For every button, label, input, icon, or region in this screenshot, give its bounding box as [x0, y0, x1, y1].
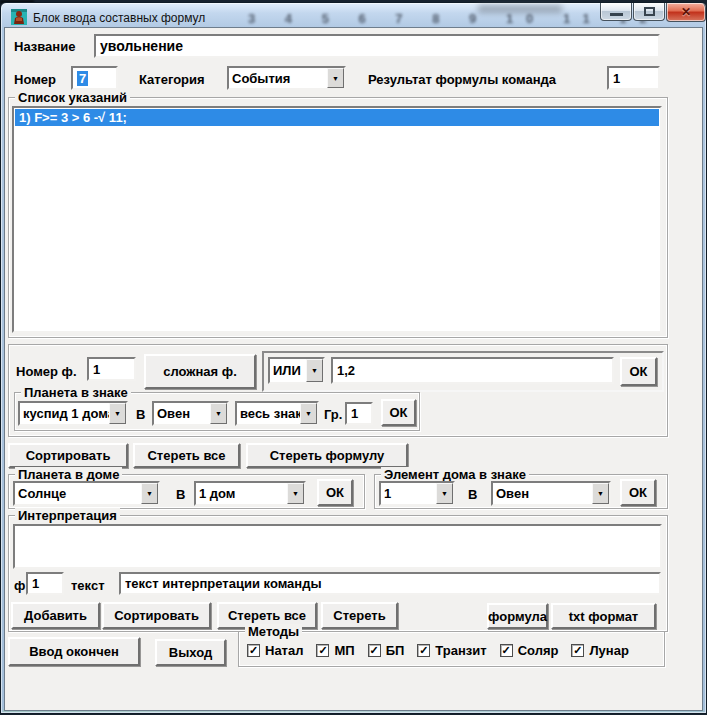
planet-in-sign-in-label: В	[136, 407, 145, 422]
close-button[interactable]: ✕	[666, 3, 706, 22]
planet-in-sign-scope-value: весь знак	[237, 403, 300, 424]
checkmark-icon[interactable]: ✓	[368, 644, 381, 657]
f-label: ф	[14, 578, 25, 593]
checkmark-icon[interactable]: ✓	[247, 644, 260, 657]
name-input[interactable]: увольнение	[94, 34, 660, 58]
result-input[interactable]: 1	[607, 66, 660, 90]
chevron-down-icon[interactable]: ▼	[327, 68, 344, 88]
house-element-select[interactable]: 1 ▼	[379, 481, 455, 506]
erase-formula-button[interactable]: Стереть формулу	[246, 443, 408, 468]
checkbox-natal[interactable]: ✓ Натал	[247, 643, 303, 658]
degree-input[interactable]: 1	[345, 402, 373, 425]
formula-ok-button[interactable]: ОК	[620, 357, 657, 386]
operator-select[interactable]: ИЛИ ▼	[268, 357, 325, 384]
interpretation-group-label: Интерпретация	[15, 508, 120, 523]
planet-in-sign-sign-value: Овен	[154, 403, 210, 424]
methods-checkbox-row: ✓ Натал ✓ МП ✓ БП ✓ Транзит ✓ Соляр ✓ Лу…	[247, 643, 629, 658]
planet-in-sign-object-select[interactable]: куспид 1 дома ▼	[18, 401, 128, 426]
checkbox-solar[interactable]: ✓ Соляр	[500, 643, 559, 658]
interp-sort-button[interactable]: Сортировать	[102, 602, 211, 629]
interpretation-textarea[interactable]	[13, 524, 662, 569]
number-input[interactable]: 7	[71, 66, 118, 90]
sort-button[interactable]: Сортировать	[8, 443, 128, 468]
txt-format-button[interactable]: txt формат	[551, 603, 656, 629]
house-element-in-label: В	[468, 487, 477, 502]
interpretation-text-input[interactable]: текст интерпретации команды	[119, 572, 661, 595]
checkbox-label: МП	[334, 643, 354, 658]
planet-in-house-in-label: В	[176, 487, 185, 502]
planet-in-house-object-select[interactable]: Солнце ▼	[13, 481, 160, 506]
group-methods: Методы ✓ Натал ✓ МП ✓ БП ✓ Транзит ✓ Сол…	[238, 631, 665, 667]
checkbox-label: БП	[386, 643, 405, 658]
planet-in-house-group-label: Планета в доме	[15, 467, 122, 482]
checkmark-icon[interactable]: ✓	[316, 644, 329, 657]
formula-view-button[interactable]: формула	[487, 603, 548, 629]
category-value: События	[229, 68, 327, 88]
chevron-down-icon[interactable]: ▼	[300, 403, 317, 424]
planet-in-house-object-value: Солнце	[15, 483, 141, 504]
minimize-icon	[610, 13, 623, 16]
methods-group-label: Методы	[245, 624, 302, 639]
checkmark-icon[interactable]: ✓	[571, 644, 584, 657]
formula-number-label: Номер ф.	[16, 364, 77, 379]
chevron-down-icon[interactable]: ▼	[210, 403, 227, 424]
maximize-icon	[644, 7, 655, 16]
chevron-down-icon[interactable]: ▼	[592, 483, 609, 504]
checkmark-icon[interactable]: ✓	[417, 644, 430, 657]
checkbox-label: Транзит	[435, 643, 486, 658]
chevron-down-icon[interactable]: ▼	[141, 483, 158, 504]
planet-in-sign-scope-select[interactable]: весь знак ▼	[235, 401, 319, 426]
operands-input[interactable]: 1,2	[331, 357, 614, 384]
close-icon: ✕	[667, 5, 705, 19]
planet-in-house-house-select[interactable]: 1 дом ▼	[194, 481, 306, 506]
checkbox-label: Соляр	[518, 643, 559, 658]
house-element-value: 1	[381, 483, 436, 504]
input-done-button[interactable]: Ввод окончен	[8, 637, 140, 666]
checkbox-transit[interactable]: ✓ Транзит	[417, 643, 486, 658]
chevron-down-icon[interactable]: ▼	[109, 403, 126, 424]
house-element-sign-select[interactable]: Овен ▼	[491, 481, 611, 506]
list-item-selected[interactable]: 1) F>= 3 > 6 -√ 11;	[15, 109, 659, 126]
checkbox-lunar[interactable]: ✓ Лунар	[571, 643, 628, 658]
erase-all-button[interactable]: Стереть все	[133, 443, 240, 468]
instruction-listbox[interactable]: 1) F>= 3 > 6 -√ 11;	[12, 106, 662, 333]
checkbox-mp[interactable]: ✓ МП	[316, 643, 354, 658]
complex-formula-button[interactable]: сложная ф.	[144, 354, 256, 389]
planet-in-sign-ok-button[interactable]: ОК	[381, 399, 416, 426]
interp-erase-button[interactable]: Стереть	[321, 602, 398, 629]
add-button[interactable]: Добавить	[11, 602, 100, 629]
window-title: Блок ввода составных формул	[33, 11, 205, 25]
planet-in-sign-group-label: Планета в знаке	[21, 385, 131, 400]
category-label: Категория	[139, 72, 205, 87]
formula-number-input[interactable]: 1	[87, 357, 136, 381]
number-selected-text: 7	[77, 71, 88, 86]
background-blur-blob	[478, 5, 562, 13]
exit-button[interactable]: Выход	[155, 639, 226, 666]
chevron-down-icon[interactable]: ▼	[306, 359, 323, 382]
checkmark-icon[interactable]: ✓	[500, 644, 513, 657]
house-element-ok-button[interactable]: ОК	[620, 479, 656, 506]
house-element-group-label: Элемент дома в знаке	[381, 467, 529, 482]
planet-in-sign-sign-select[interactable]: Овен ▼	[152, 401, 229, 426]
degree-label: Гр.	[324, 407, 342, 422]
checkbox-label: Натал	[265, 643, 303, 658]
checkbox-bp[interactable]: ✓ БП	[368, 643, 405, 658]
planet-in-house-house-value: 1 дом	[196, 483, 287, 504]
category-select[interactable]: События ▼	[227, 66, 346, 90]
operator-value: ИЛИ	[270, 359, 306, 382]
house-element-sign-value: Овен	[493, 483, 592, 504]
f-input[interactable]: 1	[26, 572, 64, 595]
instruction-list-group-label: Список указаний	[15, 90, 130, 105]
chevron-down-icon[interactable]: ▼	[436, 483, 453, 504]
chevron-down-icon[interactable]: ▼	[287, 483, 304, 504]
planet-in-house-ok-button[interactable]: ОК	[317, 479, 353, 506]
name-label: Название	[14, 39, 75, 54]
checkbox-label: Лунар	[589, 643, 628, 658]
screen: 3 4 5 6 7 8 9 10 11 12 Блок ввода состав…	[0, 0, 707, 715]
text-label: текст	[71, 578, 105, 593]
number-label: Номер	[14, 72, 56, 87]
maximize-button[interactable]	[633, 3, 665, 21]
planet-in-sign-object-value: куспид 1 дома	[20, 403, 109, 424]
minimize-button[interactable]	[600, 3, 632, 21]
result-label: Результат формулы команда	[368, 72, 556, 87]
